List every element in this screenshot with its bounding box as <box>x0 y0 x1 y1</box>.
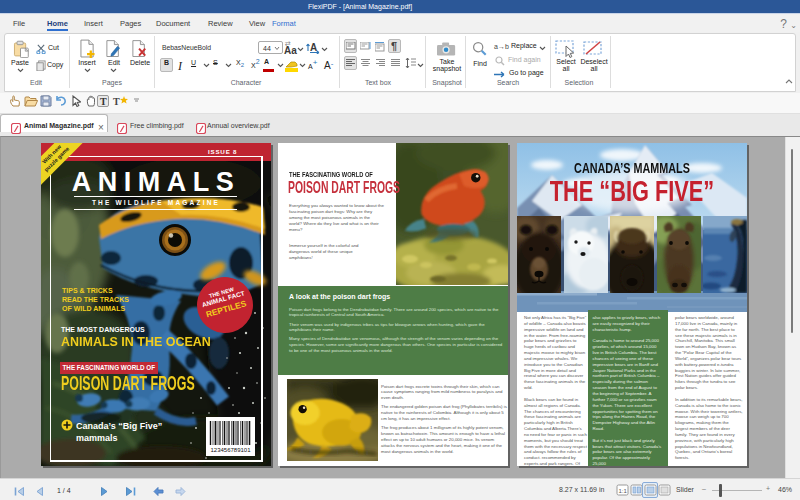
svg-text:1:1: 1:1 <box>618 488 627 494</box>
svg-text:A: A <box>310 42 317 53</box>
svg-text:123456789101: 123456789101 <box>210 447 251 453</box>
